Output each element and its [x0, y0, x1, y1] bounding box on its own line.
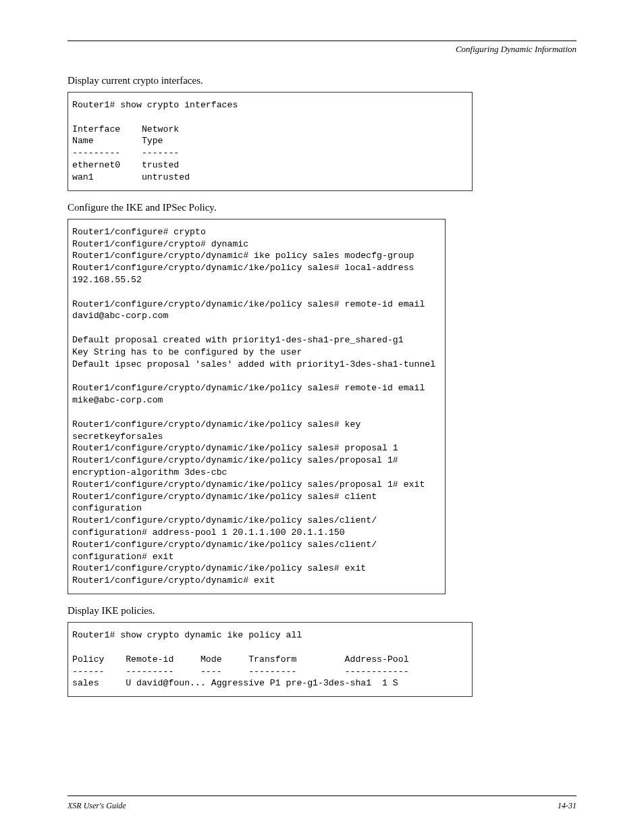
page-container: Configuring Dynamic Information Display … — [0, 0, 644, 834]
page-header-right: Configuring Dynamic Information — [68, 44, 576, 55]
code-block-ike-policies: Router1# show crypto dynamic ike policy … — [68, 622, 473, 697]
code-block-interfaces: Router1# show crypto interfaces Interfac… — [68, 92, 473, 191]
page-top-rule — [68, 41, 576, 41]
footer-right: 14-31 — [558, 801, 576, 811]
footer-left: XSR User's Guide — [68, 801, 126, 811]
code-block-ike-config: Router1/configure# crypto Router1/config… — [68, 219, 446, 594]
page-bottom-rule — [68, 796, 576, 796]
section-title-1: Display current crypto interfaces. — [68, 75, 576, 86]
page-footer: XSR User's Guide 14-31 — [68, 801, 576, 811]
section-title-3: Display IKE policies. — [68, 605, 576, 617]
section-title-2: Configure the IKE and IPSec Policy. — [68, 202, 576, 213]
